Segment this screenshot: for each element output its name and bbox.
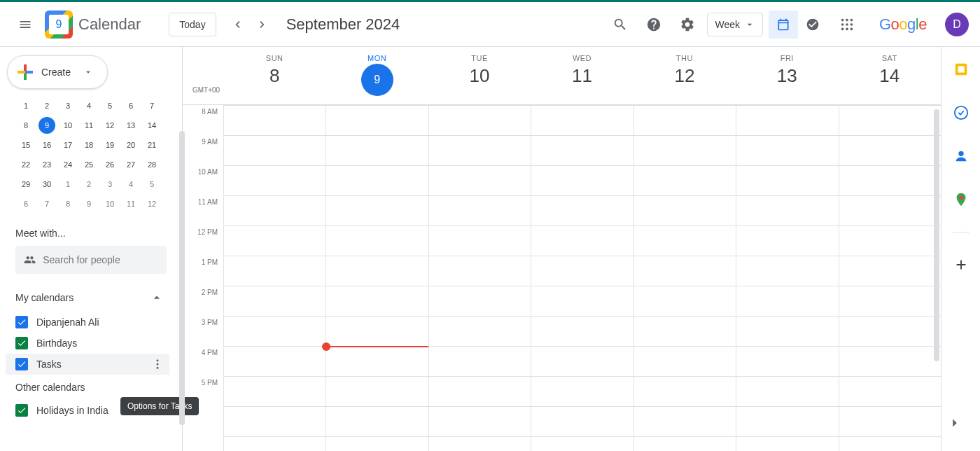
minical-day[interactable]: 12 <box>141 194 162 214</box>
minical-day[interactable]: 4 <box>120 174 141 194</box>
week-grid[interactable] <box>223 105 941 451</box>
day-number: 13 <box>736 65 838 87</box>
day-column[interactable] <box>428 106 531 451</box>
get-addons-button[interactable] <box>947 251 975 279</box>
minical-day[interactable]: 1 <box>15 96 36 116</box>
svg-point-9 <box>157 359 159 361</box>
minical-day[interactable]: 9 <box>78 194 99 214</box>
day-header[interactable]: FRI13 <box>736 47 838 104</box>
calendar-checkbox[interactable] <box>15 404 28 417</box>
minical-day[interactable]: 7 <box>141 96 162 116</box>
minical-day[interactable]: 28 <box>141 155 162 174</box>
account-avatar[interactable]: D <box>945 13 969 36</box>
calendar-item[interactable]: Tasks <box>6 354 169 375</box>
search-button[interactable] <box>606 11 634 39</box>
minical-day[interactable]: 15 <box>15 135 36 155</box>
day-number: 8 <box>223 65 326 87</box>
day-of-week-label: SUN <box>223 54 326 62</box>
minical-day[interactable]: 11 <box>120 194 141 214</box>
app-name-label: Calendar <box>78 15 141 34</box>
next-period-button[interactable] <box>250 12 275 37</box>
minical-day[interactable]: 11 <box>78 116 99 135</box>
minical-day[interactable]: 23 <box>36 155 57 174</box>
week-body[interactable]: 8 AM9 AM10 AM11 AM12 PM1 PM2 PM3 PM4 PM5… <box>183 105 941 451</box>
hide-side-panel-button[interactable] <box>941 409 969 437</box>
contacts-button[interactable] <box>947 142 975 170</box>
day-column[interactable] <box>531 106 633 451</box>
my-calendars-toggle[interactable]: My calendars <box>6 286 169 309</box>
minical-day[interactable]: 5 <box>141 174 162 194</box>
minical-day[interactable]: 25 <box>78 155 99 174</box>
minical-day[interactable]: 8 <box>15 116 36 135</box>
minical-day[interactable]: 20 <box>120 135 141 155</box>
create-button[interactable]: Create <box>7 55 108 89</box>
view-switcher-dropdown[interactable]: Week <box>707 13 763 36</box>
other-calendars-toggle[interactable]: Other calendars <box>6 377 169 397</box>
time-label: 11 AM <box>183 198 223 228</box>
day-column[interactable] <box>736 106 838 451</box>
keep-button[interactable] <box>947 55 975 83</box>
svg-point-2 <box>850 18 853 21</box>
minical-day[interactable]: 3 <box>99 174 120 194</box>
search-people-field[interactable] <box>15 246 167 274</box>
day-column[interactable] <box>223 106 326 451</box>
minical-day[interactable]: 14 <box>141 116 162 135</box>
day-header[interactable]: THU12 <box>634 47 736 104</box>
today-button[interactable]: Today <box>169 13 216 36</box>
search-people-input[interactable] <box>43 254 158 265</box>
app-logo[interactable]: 9 Calendar <box>45 11 169 39</box>
minical-day[interactable]: 27 <box>120 155 141 174</box>
minical-day[interactable]: 1 <box>57 174 78 194</box>
minical-day[interactable]: 16 <box>36 135 57 155</box>
minical-day[interactable]: 26 <box>99 155 120 174</box>
mini-calendar[interactable]: 1234567891011121314151617181920212223242… <box>6 96 169 219</box>
minical-day[interactable]: 21 <box>141 135 162 155</box>
day-header[interactable]: TUE10 <box>428 47 531 104</box>
minical-day[interactable]: 5 <box>99 96 120 116</box>
google-apps-button[interactable] <box>833 11 861 39</box>
minical-day[interactable]: 17 <box>57 135 78 155</box>
main-menu-button[interactable] <box>11 11 39 39</box>
minical-day[interactable]: 8 <box>57 194 78 214</box>
day-header[interactable]: MON9 <box>326 47 428 104</box>
calendar-checkbox[interactable] <box>15 337 28 349</box>
calendar-item[interactable]: Dipanjenah Ali <box>6 312 169 333</box>
minical-day[interactable]: 2 <box>36 96 57 116</box>
week-scrollbar[interactable] <box>934 109 939 403</box>
prev-period-button[interactable] <box>225 12 250 37</box>
minical-day[interactable]: 2 <box>78 174 99 194</box>
minical-day[interactable]: 13 <box>120 116 141 135</box>
calendar-item[interactable]: Birthdays <box>6 333 169 354</box>
day-header[interactable]: WED11 <box>531 47 633 104</box>
minical-day[interactable]: 22 <box>15 155 36 174</box>
minical-day[interactable]: 29 <box>15 174 36 194</box>
minical-day[interactable]: 9 <box>38 117 55 134</box>
calendar-options-button[interactable] <box>151 358 164 370</box>
support-button[interactable] <box>640 11 668 39</box>
minical-day[interactable]: 4 <box>78 96 99 116</box>
minical-day[interactable]: 24 <box>57 155 78 174</box>
minical-day[interactable]: 30 <box>36 174 57 194</box>
day-header[interactable]: SAT14 <box>839 47 941 104</box>
minical-day[interactable]: 10 <box>57 116 78 135</box>
minical-day[interactable]: 6 <box>120 96 141 116</box>
minical-day[interactable]: 18 <box>78 135 99 155</box>
day-column[interactable] <box>326 106 428 451</box>
minical-day[interactable]: 7 <box>36 194 57 214</box>
day-column[interactable] <box>634 106 736 451</box>
tasks-layout-button[interactable] <box>798 11 827 39</box>
minical-day[interactable]: 10 <box>99 194 120 214</box>
tasks-button[interactable] <box>947 99 975 127</box>
day-header[interactable]: SUN8 <box>223 47 326 104</box>
maps-button[interactable] <box>947 186 975 214</box>
minical-day[interactable]: 6 <box>15 194 36 214</box>
minical-day[interactable]: 3 <box>57 96 78 116</box>
calendar-checkbox[interactable] <box>15 358 28 370</box>
calendar-checkbox[interactable] <box>15 316 28 328</box>
day-of-week-label: FRI <box>736 54 838 62</box>
calendar-layout-button[interactable] <box>769 11 798 39</box>
settings-button[interactable] <box>673 11 701 39</box>
day-column[interactable] <box>839 106 941 451</box>
minical-day[interactable]: 19 <box>99 135 120 155</box>
minical-day[interactable]: 12 <box>99 116 120 135</box>
